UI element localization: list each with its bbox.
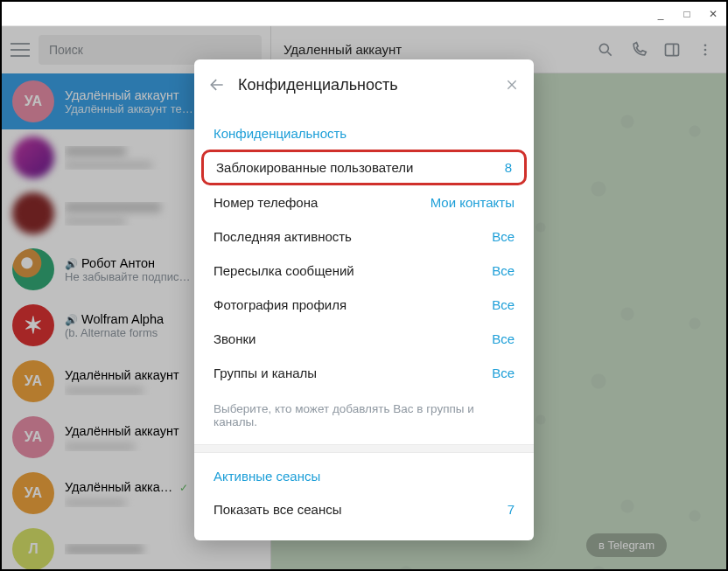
row-last-seen[interactable]: Последняя активность Все xyxy=(194,219,534,254)
row-label: Звонки xyxy=(214,331,256,346)
row-label: Номер телефона xyxy=(214,195,318,210)
row-blocked-users[interactable]: Заблокированные пользователи 8 xyxy=(201,150,527,185)
row-label: Группы и каналы xyxy=(214,366,317,380)
close-icon[interactable] xyxy=(504,77,520,93)
row-profile-photo[interactable]: Фотография профиля Все xyxy=(194,288,534,322)
hint-sessions: Управление сеансами на других устройства… xyxy=(194,526,534,540)
row-phone-number[interactable]: Номер телефона Мои контакты xyxy=(194,185,534,219)
row-value: Мои контакты xyxy=(430,195,514,210)
row-value: 8 xyxy=(505,160,512,175)
section-sessions: Активные сеансы xyxy=(194,453,534,492)
titlebar: _ □ ✕ xyxy=(2,2,726,26)
row-label: Последняя активность xyxy=(214,229,352,244)
divider xyxy=(194,444,534,453)
row-forwarding[interactable]: Пересылка сообщений Все xyxy=(194,254,534,288)
row-label: Заблокированные пользователи xyxy=(216,160,413,175)
privacy-modal: Конфиденциальность Конфиденциальность За… xyxy=(194,59,534,540)
row-label: Показать все сеансы xyxy=(214,502,342,517)
section-privacy: Конфиденциальность xyxy=(194,110,534,150)
row-label: Пересылка сообщений xyxy=(214,263,354,278)
close-button[interactable]: ✕ xyxy=(707,8,719,20)
row-calls[interactable]: Звонки Все xyxy=(194,322,534,356)
row-value: Все xyxy=(492,263,514,278)
minimize-button[interactable]: _ xyxy=(654,8,667,20)
row-label: Фотография профиля xyxy=(214,297,346,312)
modal-body: Конфиденциальность Заблокированные польз… xyxy=(194,110,534,540)
row-value: Все xyxy=(492,297,514,312)
back-icon[interactable] xyxy=(208,76,226,94)
hint-groups: Выберите, кто может добавлять Вас в груп… xyxy=(194,390,534,444)
window-frame: _ □ ✕ Поиск УА Удалённый аккаунт Удалённ… xyxy=(0,0,728,571)
maximize-button[interactable]: □ xyxy=(681,8,693,20)
row-value: Все xyxy=(492,331,514,346)
modal-title: Конфиденциальность xyxy=(238,76,492,94)
row-value: Все xyxy=(492,366,514,380)
row-value: 7 xyxy=(508,502,514,517)
row-show-sessions[interactable]: Показать все сеансы 7 xyxy=(194,492,534,526)
row-value: Все xyxy=(492,229,514,244)
modal-header: Конфиденциальность xyxy=(194,59,534,110)
modal-overlay[interactable]: Конфиденциальность Конфиденциальность За… xyxy=(2,26,726,569)
row-groups[interactable]: Группы и каналы Все xyxy=(194,356,534,390)
